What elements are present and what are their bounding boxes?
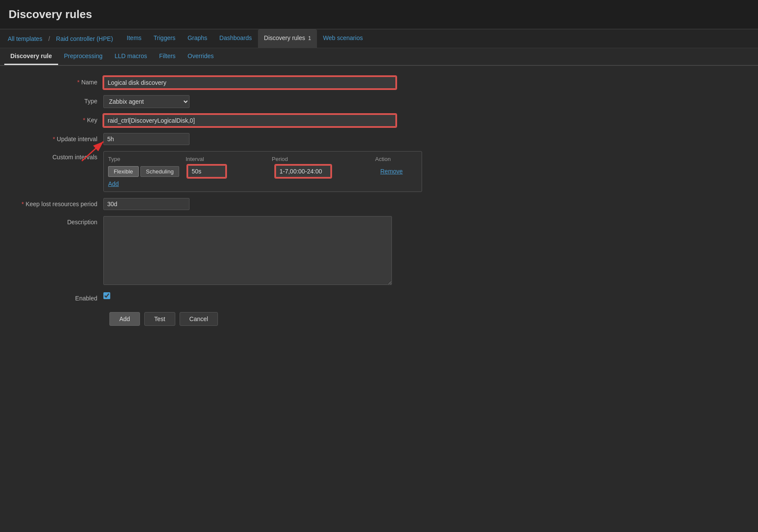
sub-tab-overrides[interactable]: Overrides [182, 48, 220, 65]
breadcrumb-separator: / [48, 35, 50, 42]
nav-tab-discovery-rules[interactable]: Discovery rules 1 [258, 29, 317, 48]
nav-tab-web-scenarios[interactable]: Web scenarios [317, 29, 369, 48]
custom-intervals-box: Type Interval Period Action Flexible Sch… [103, 151, 422, 192]
name-row: *Name [9, 76, 465, 89]
nav-current-template[interactable]: Raid controller (HPE) [53, 30, 116, 47]
flexible-button[interactable]: Flexible [108, 166, 139, 177]
keep-lost-field [103, 198, 465, 210]
period-input[interactable] [275, 165, 331, 178]
table-row: Flexible Scheduling Remove [108, 165, 417, 178]
type-buttons: Flexible Scheduling [108, 166, 186, 177]
scheduling-button[interactable]: Scheduling [140, 166, 179, 177]
nav-tab-items[interactable]: Items [121, 29, 147, 48]
enabled-checkbox-area [103, 292, 465, 299]
type-select[interactable]: Zabbix agent Zabbix agent (active) Simpl… [103, 95, 190, 108]
add-button[interactable]: Add [109, 312, 140, 326]
test-button[interactable]: Test [144, 312, 175, 326]
key-input[interactable] [103, 114, 396, 127]
key-label: *Key [9, 114, 103, 124]
sub-tab-lld-macros[interactable]: LLD macros [109, 48, 153, 65]
nav-tab-triggers[interactable]: Triggers [148, 29, 182, 48]
description-field [103, 216, 465, 286]
enabled-field [103, 292, 465, 299]
col-action: Action [375, 156, 418, 162]
col-interval: Interval [186, 156, 272, 162]
key-field [103, 114, 465, 127]
col-period: Period [272, 156, 375, 162]
custom-intervals-label: Custom intervals [9, 151, 103, 161]
update-interval-row: *Update interval [9, 133, 465, 145]
keep-lost-label: *Keep lost resources period [9, 198, 103, 207]
sub-tab-discovery-rule[interactable]: Discovery rule [4, 48, 58, 65]
name-field [103, 76, 465, 89]
page-header: Discovery rules [0, 0, 758, 29]
action-cell: Remove [380, 168, 423, 175]
type-row: Type Zabbix agent Zabbix agent (active) … [9, 95, 465, 108]
add-interval-button[interactable]: Add [108, 180, 119, 187]
action-buttons: Add Test Cancel [103, 312, 465, 326]
add-interval-row: Add [108, 180, 417, 187]
nav-all-templates[interactable]: All templates [4, 30, 46, 47]
update-interval-label: *Update interval [9, 133, 103, 142]
breadcrumb: All templates / Raid controller (HPE) [4, 30, 116, 47]
enabled-checkbox[interactable] [103, 292, 110, 299]
col-type: Type [108, 156, 186, 162]
type-field: Zabbix agent Zabbix agent (active) Simpl… [103, 95, 465, 108]
keep-lost-row: *Keep lost resources period [9, 198, 465, 210]
custom-intervals-row: Custom intervals Type Interval Period Ac… [9, 151, 465, 192]
sub-tab-preprocessing[interactable]: Preprocessing [58, 48, 109, 65]
intervals-header: Type Interval Period Action [108, 156, 417, 165]
update-interval-field [103, 133, 465, 145]
interval-input[interactable] [187, 165, 226, 178]
type-label: Type [9, 95, 103, 105]
page-title: Discovery rules [9, 8, 749, 21]
enabled-label: Enabled [9, 292, 103, 302]
nav-tabs: All templates / Raid controller (HPE) It… [0, 29, 758, 48]
name-input[interactable] [103, 76, 396, 89]
remove-button[interactable]: Remove [380, 168, 403, 175]
keep-lost-input[interactable] [103, 198, 190, 210]
description-textarea[interactable] [103, 216, 392, 285]
nav-tab-dashboards[interactable]: Dashboards [213, 29, 258, 48]
sub-tab-filters[interactable]: Filters [153, 48, 181, 65]
name-label: *Name [9, 76, 103, 86]
interval-cell [187, 165, 273, 178]
description-row: Description [9, 216, 465, 286]
enabled-row: Enabled [9, 292, 465, 302]
custom-intervals-field: Type Interval Period Action Flexible Sch… [103, 151, 465, 192]
key-row: *Key [9, 114, 465, 127]
form-container: *Name Type Zabbix agent Zabbix agent (ac… [0, 66, 474, 336]
cancel-button[interactable]: Cancel [180, 312, 218, 326]
description-label: Description [9, 216, 103, 226]
period-cell [275, 165, 379, 178]
sub-tabs: Discovery rule Preprocessing LLD macros … [0, 48, 758, 66]
nav-tab-graphs[interactable]: Graphs [181, 29, 213, 48]
update-interval-input[interactable] [103, 133, 190, 145]
